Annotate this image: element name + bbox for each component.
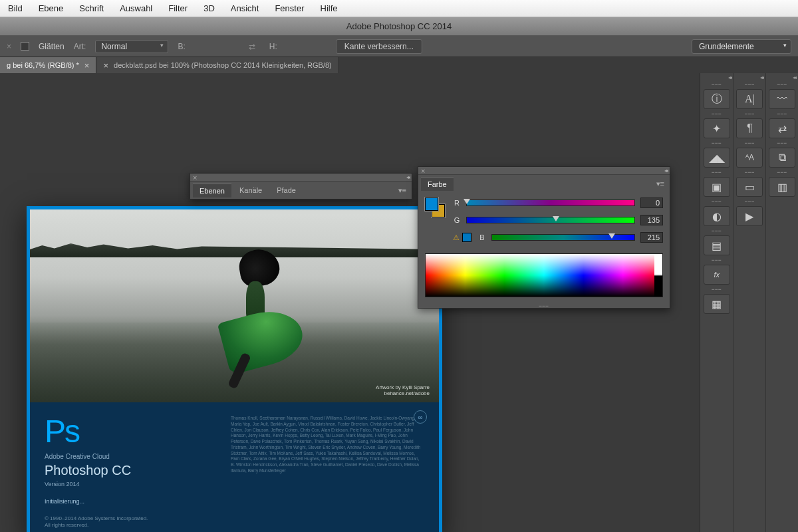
art-label: Art:: [74, 42, 86, 51]
brushes-panel-icon[interactable]: 〰: [769, 89, 795, 109]
document-tab-1[interactable]: g bei 66,7% (RGB/8) * ×: [0, 57, 96, 73]
expand-icon[interactable]: ◂◂: [766, 74, 798, 82]
glyphs-panel-icon[interactable]: ᴬA: [736, 148, 763, 168]
workspace-dropdown[interactable]: Grundelemente: [692, 39, 791, 54]
splash-artwork: Artwork by Kylli Sparre behance.net/adob…: [30, 209, 439, 402]
menu-3d[interactable]: 3D: [203, 3, 215, 13]
close-icon[interactable]: ×: [193, 174, 197, 182]
foreground-swatch[interactable]: [425, 198, 438, 211]
document-tab-2[interactable]: × deckblatt.psd bei 100% (Photoshop CC 2…: [96, 57, 338, 73]
refine-edge-button[interactable]: Kante verbessern...: [336, 39, 422, 54]
tab-pfade[interactable]: Pfade: [270, 184, 303, 197]
menu-ebene[interactable]: Ebene: [39, 3, 64, 13]
splash-ps-logo: Ps: [45, 416, 211, 448]
swatches-panel-icon[interactable]: ▦: [704, 294, 730, 314]
collapse-icon[interactable]: ◂◂: [664, 168, 667, 174]
height-label: H:: [269, 42, 277, 51]
options-bar: × Glätten Art: Normal B: ⇄ H: Kante verb…: [0, 36, 798, 57]
splash-credits: Thomas Knoll, Seetharaman Narayanan, Rus…: [231, 416, 424, 522]
splash-status: Initialisierung...: [45, 498, 211, 505]
panel-menu-icon[interactable]: ▾≡: [398, 186, 409, 195]
tab-ebenen[interactable]: Ebenen: [193, 184, 231, 198]
antialias-label: Glätten: [39, 42, 65, 51]
g-slider[interactable]: [466, 217, 635, 223]
color-panel-titlebar[interactable]: × ◂◂: [418, 167, 670, 175]
r-slider[interactable]: [466, 200, 635, 206]
layers-panel-icon[interactable]: ▭: [736, 177, 763, 197]
close-icon[interactable]: ×: [84, 61, 90, 70]
swap-dimensions-icon[interactable]: ⇄: [244, 41, 260, 53]
menu-bild[interactable]: Bild: [8, 3, 23, 13]
menu-filter[interactable]: Filter: [168, 3, 188, 13]
timeline-panel-icon[interactable]: ▥: [769, 177, 795, 197]
app-title: Adobe Photoshop CC 2014: [346, 21, 452, 31]
color-panel[interactable]: × ◂◂ Farbe ▾≡ R 0 G 135: [418, 166, 670, 309]
styles-panel-icon[interactable]: fx: [704, 265, 730, 285]
r-value[interactable]: 0: [640, 198, 663, 208]
tab-kanaele[interactable]: Kanäle: [233, 184, 269, 197]
color-swatches[interactable]: [425, 198, 445, 217]
panel-resize-grip[interactable]: [418, 303, 670, 308]
g-label: G: [453, 216, 461, 224]
info-panel-icon[interactable]: ⓘ: [704, 89, 730, 109]
adjustments-panel-icon[interactable]: ◐: [704, 206, 730, 226]
gamut-swatch[interactable]: [462, 233, 471, 242]
os-menubar: Bild Ebene Schrift Auswahl Filter 3D Ans…: [0, 0, 798, 17]
splash-product-name: Photoshop CC: [45, 463, 211, 478]
b-slider[interactable]: [491, 234, 635, 241]
gamut-warning-icon[interactable]: ⚠: [453, 233, 460, 242]
r-label: R: [453, 199, 461, 207]
character-panel-icon[interactable]: A|: [736, 89, 763, 109]
document-tab-2-label: deckblatt.psd bei 100% (Photoshop CC 201…: [114, 61, 332, 69]
close-icon[interactable]: ×: [103, 61, 108, 70]
expand-icon[interactable]: ◂◂: [734, 74, 766, 82]
splash-screen: Artwork by Kylli Sparre behance.net/adob…: [27, 206, 442, 532]
b-label: B: [478, 233, 486, 241]
panel-menu-icon[interactable]: ▾≡: [656, 180, 667, 188]
paragraph-panel-icon[interactable]: ¶: [736, 118, 763, 138]
splash-copyright-2: All rights reserved.: [45, 522, 211, 529]
properties-panel-icon[interactable]: ▤: [704, 235, 730, 255]
document-tab-1-label: g bei 66,7% (RGB/8) *: [7, 61, 79, 69]
3d-panel-icon[interactable]: ▣: [704, 177, 730, 197]
layers-panel-titlebar[interactable]: × ◂◂: [190, 174, 412, 182]
collapse-icon[interactable]: ◂◂: [406, 174, 409, 180]
splash-cloud-label: Adobe Creative Cloud: [45, 453, 211, 460]
antialias-checkbox[interactable]: [21, 42, 29, 51]
artwork-credit-2: behance.net/adobe: [376, 390, 430, 397]
color-spectrum[interactable]: [425, 253, 663, 297]
clone-source-panel-icon[interactable]: ⧉: [769, 148, 795, 168]
menu-fenster[interactable]: Fenster: [275, 3, 304, 13]
b-value[interactable]: 215: [640, 232, 663, 243]
artwork-credit-1: Artwork by Kylli Sparre: [376, 384, 430, 391]
creative-cloud-badge-icon: ∞: [414, 410, 427, 424]
app-titlebar: Adobe Photoshop CC 2014: [0, 17, 798, 36]
document-tabs: g bei 66,7% (RGB/8) * × × deckblatt.psd …: [0, 57, 798, 73]
right-dock: ◂◂ ⓘ ✦ ◢◣ ▣ ◐ ▤ fx ▦ ◂◂ A| ¶ ᴬA ▭ ▶ ◂◂ 〰…: [700, 73, 798, 532]
expand-icon[interactable]: ◂◂: [700, 74, 733, 82]
menu-schrift[interactable]: Schrift: [79, 3, 104, 13]
close-icon[interactable]: ×: [421, 167, 425, 175]
art-dropdown[interactable]: Normal: [95, 40, 168, 53]
actions-panel-icon[interactable]: ▶: [736, 206, 763, 226]
canvas-area: Artwork by Kylli Sparre behance.net/adob…: [0, 73, 698, 532]
menu-ansicht[interactable]: Ansicht: [231, 3, 259, 13]
tab-farbe[interactable]: Farbe: [421, 177, 454, 191]
menu-hilfe[interactable]: Hilfe: [321, 3, 338, 13]
brush-presets-panel-icon[interactable]: ⇄: [769, 118, 795, 138]
layers-panel[interactable]: × ◂◂ Ebenen Kanäle Pfade ▾≡: [190, 173, 412, 200]
splash-version: Version 2014: [45, 481, 211, 487]
navigator-panel-icon[interactable]: ✦: [704, 118, 730, 138]
histogram-panel-icon[interactable]: ◢◣: [704, 148, 730, 168]
menu-auswahl[interactable]: Auswahl: [120, 3, 152, 13]
splash-copyright-1: © 1990–2014 Adobe Systems Incorporated.: [45, 515, 211, 522]
width-label: B:: [178, 42, 185, 51]
g-value[interactable]: 135: [640, 215, 663, 225]
